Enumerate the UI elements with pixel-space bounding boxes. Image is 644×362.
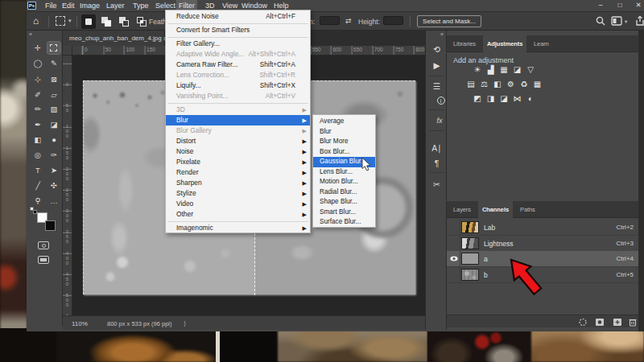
invert-icon[interactable]: ◩: [472, 93, 483, 104]
width-input[interactable]: [320, 16, 340, 25]
filter-menu-item-reduce-noise[interactable]: Reduce NoiseAlt+Ctrl+F: [166, 11, 310, 22]
brightness-contrast-icon[interactable]: ☀: [472, 64, 483, 75]
status-chevron-icon[interactable]: ⟩: [184, 320, 186, 327]
add-to-selection-button[interactable]: [99, 14, 114, 29]
blur-submenu-item-average[interactable]: Average: [313, 117, 375, 127]
hand-tool[interactable]: ✣: [47, 179, 60, 191]
filter-menu-item-lens-correction[interactable]: Lens Correction...Shift+Ctrl+R: [166, 70, 310, 80]
filter-menu-item-noise[interactable]: Noise▶: [166, 146, 310, 157]
threshold-icon[interactable]: ◪: [498, 93, 510, 104]
filter-menu-item-sharpen[interactable]: Sharpen▶: [166, 178, 310, 188]
blur-submenu-item-blur-more[interactable]: Blur More: [313, 137, 375, 147]
line-tool[interactable]: ╱: [31, 179, 44, 191]
filter-menu-item-blur-gallery[interactable]: Blur Gallery▶: [166, 125, 310, 136]
history-brush-tool[interactable]: ✒: [31, 118, 44, 130]
subtract-from-selection-button[interactable]: [117, 14, 131, 29]
new-channel-icon[interactable]: [613, 318, 622, 327]
menubar-item-image[interactable]: Image: [77, 0, 102, 11]
filter-menu-item-convert-for-smart-filters[interactable]: Convert for Smart Filters: [166, 25, 310, 35]
channel-mixer-icon[interactable]: ♻: [518, 79, 530, 89]
filter-menu-item-video[interactable]: Video▶: [166, 199, 310, 209]
collapse-panel-icon[interactable]: «: [29, 31, 32, 37]
pen-tool[interactable]: ✑: [47, 149, 60, 161]
blur-submenu-item-shape-blur[interactable]: Shape Blur...: [313, 197, 375, 208]
chevron-down-icon[interactable]: ▾: [68, 16, 72, 26]
curves-icon[interactable]: ▦: [498, 64, 510, 75]
height-input[interactable]: [383, 16, 403, 25]
crop-tool[interactable]: ⊹: [31, 73, 44, 85]
filter-menu-item-stylize[interactable]: Stylize▶: [166, 188, 310, 199]
chevron-down-icon[interactable]: ▾: [625, 19, 627, 25]
swap-width-height-icon[interactable]: ⇄: [345, 15, 352, 27]
select-and-mask-button[interactable]: Select and Mask...: [417, 15, 481, 27]
filter-menu-item-filter-gallery[interactable]: Filter Gallery...: [166, 39, 310, 49]
tab-adjustments[interactable]: Adjustments: [483, 35, 526, 52]
menubar-item-type[interactable]: Type: [130, 0, 151, 11]
vibrance-icon[interactable]: ▽: [525, 64, 536, 75]
filter-menu-item-other[interactable]: Other▶: [166, 209, 310, 220]
zoom-tool[interactable]: ⚲: [31, 195, 44, 207]
filter-menu-item-distort[interactable]: Distort▶: [166, 136, 310, 146]
filter-menu-item-3d[interactable]: 3D▶: [166, 105, 310, 115]
character-panel-icon[interactable]: A∣: [431, 142, 443, 154]
screen-mode-button[interactable]: [38, 256, 49, 264]
hue-saturation-icon[interactable]: ▤: [465, 79, 477, 89]
healing-brush-tool[interactable]: ▱: [47, 88, 60, 101]
posterize-icon[interactable]: ◨: [485, 93, 497, 104]
dodge-tool[interactable]: ◎: [31, 149, 44, 161]
paragraph-panel-icon[interactable]: ¶: [431, 158, 443, 170]
move-tool[interactable]: ✛: [31, 42, 44, 54]
delete-channel-icon[interactable]: [628, 318, 638, 327]
tab-channels[interactable]: Channels: [478, 201, 513, 218]
exposure-icon[interactable]: ◪: [512, 64, 523, 75]
rectangular-marquee-tool[interactable]: [47, 42, 60, 54]
rectangular-marquee-icon[interactable]: [56, 16, 65, 26]
properties-panel-icon[interactable]: ☰: [431, 80, 443, 93]
close-button[interactable]: ✕: [632, 0, 644, 11]
gradient-map-icon[interactable]: ⋈: [512, 93, 523, 104]
styles-panel-icon[interactable]: fx: [431, 115, 443, 127]
clone-stamp-tool[interactable]: ▨: [47, 103, 60, 115]
timeline-panel-icon[interactable]: ✂: [431, 179, 443, 191]
intersect-selections-button[interactable]: [134, 14, 149, 29]
menubar-item-layer[interactable]: Layer: [104, 0, 127, 11]
channel-row-Lab[interactable]: LabCtrl+2: [447, 220, 638, 236]
minimize-button[interactable]: –: [594, 0, 607, 11]
filter-menu-item-vanishing-point[interactable]: Vanishing Point...Alt+Ctrl+V: [166, 91, 310, 101]
tab-layers[interactable]: Layers: [449, 201, 475, 218]
filter-menu-item-imagenomic[interactable]: Imagenomic▶: [166, 223, 310, 233]
blur-submenu-item-surface-blur[interactable]: Surface Blur...: [313, 217, 375, 228]
share-icon[interactable]: [634, 15, 644, 27]
filter-menu-item-liquify[interactable]: Liquify...Shift+Ctrl+X: [166, 80, 310, 91]
brush-tool[interactable]: ✏: [31, 103, 44, 115]
blur-tool[interactable]: ●: [47, 134, 60, 146]
quick-selection-tool[interactable]: ✎: [47, 57, 60, 69]
tab-learn[interactable]: Learn: [530, 35, 553, 52]
color-lookup-icon[interactable]: ▦: [532, 79, 543, 89]
search-icon[interactable]: [595, 15, 606, 27]
eraser-tool[interactable]: ◪: [47, 118, 60, 130]
lasso-tool[interactable]: ◯: [31, 57, 44, 69]
filter-menu-item-blur[interactable]: Blur▶: [166, 115, 310, 125]
zoom-level[interactable]: 110%: [72, 320, 88, 327]
filter-menu-item-adaptive-wide-angle[interactable]: Adaptive Wide Angle...Alt+Shift+Ctrl+A: [166, 49, 310, 60]
blur-submenu-item-box-blur[interactable]: Box Blur...: [313, 147, 375, 158]
save-selection-as-channel-icon[interactable]: [595, 318, 605, 327]
color-balance-icon[interactable]: ⚖: [479, 79, 490, 89]
photo-filter-icon[interactable]: ⚙: [506, 79, 517, 89]
slice-tool[interactable]: ⊠: [47, 73, 60, 85]
blur-submenu-item-motion-blur[interactable]: Motion Blur...: [313, 177, 375, 187]
history-panel-icon[interactable]: ⟲: [431, 43, 443, 56]
selective-color-icon[interactable]: ◐: [525, 93, 536, 104]
menubar-item-file[interactable]: File: [43, 0, 60, 11]
path-selection-tool[interactable]: ➤: [47, 164, 60, 176]
blur-submenu-item-radial-blur[interactable]: Radial Blur...: [313, 187, 375, 198]
eyedropper-tool[interactable]: ✐: [31, 88, 44, 101]
collapse-dock-icon[interactable]: «: [440, 31, 444, 37]
filter-menu-item-camera-raw-filter[interactable]: Camera Raw Filter...Shift+Ctrl+A: [166, 60, 310, 70]
new-selection-button[interactable]: [81, 14, 96, 29]
black-white-icon[interactable]: ◧: [492, 79, 503, 89]
info-panel-icon[interactable]: i: [431, 95, 443, 107]
gradient-tool[interactable]: ◧: [31, 134, 44, 146]
blur-submenu-item-smart-blur[interactable]: Smart Blur...: [313, 208, 375, 218]
